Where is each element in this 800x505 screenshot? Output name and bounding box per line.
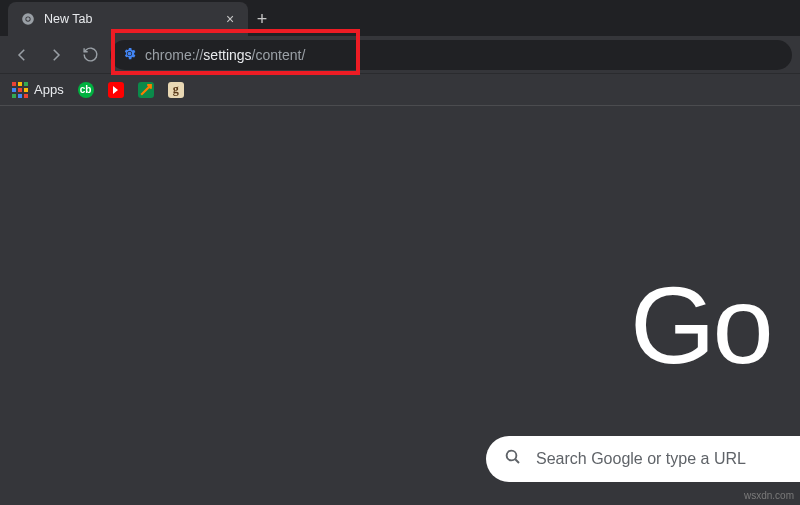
url-text: chrome://settings/content/ [145,47,305,63]
tab-strip: New Tab × + [0,0,800,36]
toolbar: chrome://settings/content/ [0,36,800,74]
youtube-icon[interactable] [108,82,124,98]
bookmarks-bar: Apps cb g [0,74,800,106]
new-tab-button[interactable]: + [248,2,276,36]
chrome-favicon [20,11,36,27]
svg-point-4 [507,451,517,461]
address-bar[interactable]: chrome://settings/content/ [110,40,792,70]
goodreads-icon[interactable]: g [168,82,184,98]
close-tab-icon[interactable]: × [222,11,238,27]
bookmark-icon-green[interactable]: cb [78,82,94,98]
search-icon [504,448,522,470]
new-tab-page: Go Search Google or type a URL [0,106,800,505]
tab-title: New Tab [44,12,214,26]
site-settings-icon [122,46,137,64]
forward-button[interactable] [42,41,70,69]
bookmark-icon-teal[interactable] [138,82,154,98]
watermark: wsxdn.com [744,490,794,501]
svg-line-5 [515,459,519,463]
google-logo: Go [630,261,800,388]
reload-button[interactable] [76,41,104,69]
apps-shortcut[interactable]: Apps [12,82,64,98]
browser-tab[interactable]: New Tab × [8,2,248,36]
search-placeholder: Search Google or type a URL [536,450,746,468]
apps-grid-icon [12,82,28,98]
svg-point-2 [26,17,30,21]
apps-label: Apps [34,82,64,97]
svg-point-3 [128,51,132,55]
search-box[interactable]: Search Google or type a URL [486,436,800,482]
back-button[interactable] [8,41,36,69]
